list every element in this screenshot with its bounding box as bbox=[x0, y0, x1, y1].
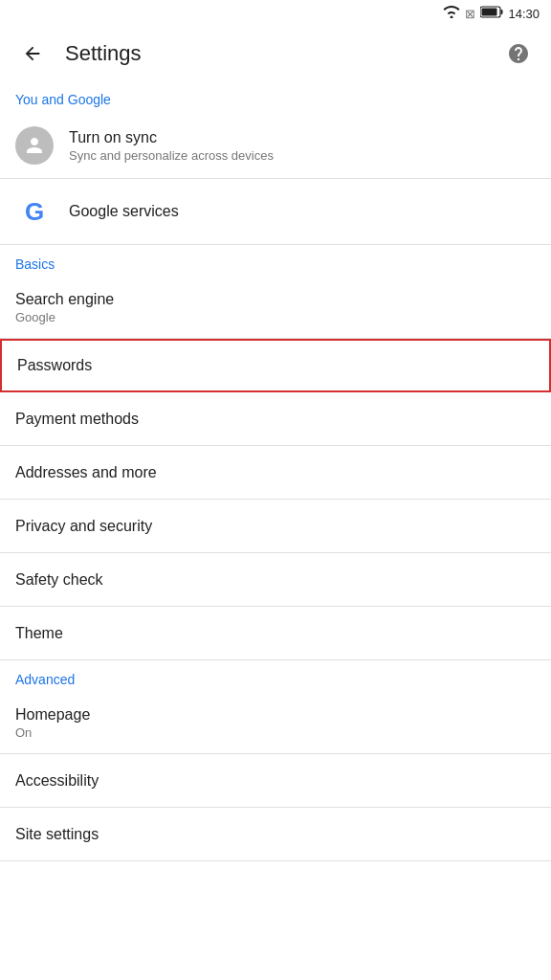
accessibility-title: Accessibility bbox=[15, 772, 99, 790]
privacy-text-group: Privacy and security bbox=[15, 518, 152, 535]
svg-rect-3 bbox=[482, 9, 497, 16]
signal-icon: ⊠ bbox=[465, 7, 475, 21]
svg-rect-2 bbox=[501, 10, 503, 14]
homepage-title: Homepage bbox=[15, 706, 90, 724]
google-services-text-group: Google services bbox=[69, 203, 179, 220]
site-settings-title: Site settings bbox=[15, 826, 99, 843]
setting-item-safety[interactable]: Safety check bbox=[0, 553, 551, 607]
setting-item-theme[interactable]: Theme bbox=[0, 607, 551, 660]
setting-item-addresses[interactable]: Addresses and more bbox=[0, 446, 551, 500]
setting-item-privacy[interactable]: Privacy and security bbox=[0, 500, 551, 553]
theme-title: Theme bbox=[15, 625, 63, 642]
payment-text-group: Payment methods bbox=[15, 411, 139, 428]
back-button[interactable] bbox=[15, 36, 50, 71]
svg-point-0 bbox=[451, 16, 453, 19]
top-bar: Settings bbox=[0, 27, 551, 80]
safety-title: Safety check bbox=[15, 571, 103, 589]
sync-subtitle: Sync and personalize across devices bbox=[69, 148, 274, 163]
section-label-advanced: Advanced bbox=[0, 660, 551, 693]
setting-item-sync[interactable]: Turn on sync Sync and personalize across… bbox=[0, 113, 551, 179]
payment-title: Payment methods bbox=[15, 411, 139, 428]
setting-item-homepage[interactable]: Homepage On bbox=[0, 693, 551, 754]
addresses-title: Addresses and more bbox=[15, 464, 157, 481]
status-time: 14:30 bbox=[508, 7, 540, 21]
setting-item-passwords[interactable]: Passwords bbox=[0, 339, 551, 392]
section-advanced: Advanced Homepage On Accessibility Site … bbox=[0, 660, 551, 861]
status-bar: ⊠ 14:30 bbox=[0, 0, 551, 27]
search-engine-subtitle: Google bbox=[15, 310, 114, 324]
setting-item-accessibility[interactable]: Accessibility bbox=[0, 754, 551, 808]
page-title: Settings bbox=[65, 41, 142, 66]
avatar-icon bbox=[15, 126, 54, 165]
setting-item-search-engine[interactable]: Search engine Google bbox=[0, 278, 551, 339]
wifi-icon bbox=[443, 5, 460, 22]
sync-text-group: Turn on sync Sync and personalize across… bbox=[69, 129, 274, 163]
search-engine-title: Search engine bbox=[15, 291, 114, 308]
addresses-text-group: Addresses and more bbox=[15, 464, 157, 481]
section-you-and-google: You and Google Turn on sync Sync and per… bbox=[0, 80, 551, 245]
passwords-text-group: Passwords bbox=[17, 357, 92, 374]
sync-title: Turn on sync bbox=[69, 129, 274, 146]
help-button[interactable] bbox=[501, 36, 536, 71]
setting-item-payment-methods[interactable]: Payment methods bbox=[0, 392, 551, 446]
google-g-letter: G bbox=[25, 197, 44, 227]
section-label-basics: Basics bbox=[0, 245, 551, 278]
homepage-subtitle: On bbox=[15, 725, 90, 740]
status-icons: ⊠ 14:30 bbox=[443, 5, 540, 22]
homepage-text-group: Homepage On bbox=[15, 706, 90, 740]
site-settings-text-group: Site settings bbox=[15, 826, 99, 843]
search-engine-text-group: Search engine Google bbox=[15, 291, 114, 324]
avatar-circle bbox=[15, 126, 54, 165]
privacy-title: Privacy and security bbox=[15, 518, 152, 535]
google-g-icon: G bbox=[15, 192, 54, 231]
setting-item-google-services[interactable]: G Google services bbox=[0, 179, 551, 245]
accessibility-text-group: Accessibility bbox=[15, 772, 99, 790]
battery-icon bbox=[480, 5, 503, 22]
section-label-you-and-google: You and Google bbox=[0, 80, 551, 113]
theme-text-group: Theme bbox=[15, 625, 63, 642]
passwords-title: Passwords bbox=[17, 357, 92, 374]
top-bar-left: Settings bbox=[15, 36, 142, 71]
safety-text-group: Safety check bbox=[15, 571, 103, 589]
section-basics: Basics Search engine Google Passwords Pa… bbox=[0, 245, 551, 660]
google-services-title: Google services bbox=[69, 203, 179, 220]
setting-item-site-settings[interactable]: Site settings bbox=[0, 808, 551, 861]
